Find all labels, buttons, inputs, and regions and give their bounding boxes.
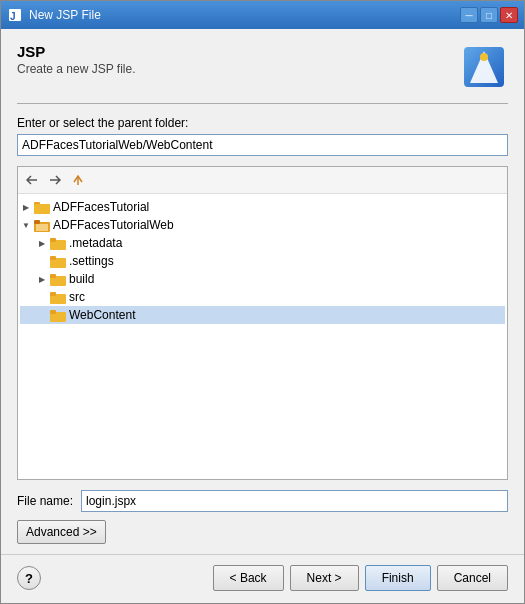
- svg-rect-19: [50, 292, 56, 296]
- folder-icon-metadata: [50, 235, 66, 251]
- tree-item-webcontent[interactable]: ▶ WebContent: [20, 306, 505, 324]
- tree-item-adffacestutorialweb[interactable]: ▼ ADFFacesTutorialWeb: [20, 216, 505, 234]
- tree-item-settings[interactable]: ▶ .settings: [20, 252, 505, 270]
- folder-input-section: Enter or select the parent folder:: [17, 116, 508, 156]
- tree-label-build: build: [69, 272, 94, 286]
- window-title: New JSP File: [29, 8, 460, 22]
- folder-tree: ▶ ADFFacesTutorial ▼: [18, 194, 507, 479]
- title-bar-buttons: ─ □ ✕: [460, 7, 518, 23]
- advanced-section: Advanced >>: [17, 520, 508, 544]
- svg-point-4: [480, 53, 488, 61]
- tree-label-settings: .settings: [69, 254, 114, 268]
- minimize-button[interactable]: ─: [460, 7, 478, 23]
- tree-label-metadata: .metadata: [69, 236, 122, 250]
- nav-buttons: < Back Next > Finish Cancel: [213, 565, 508, 591]
- svg-rect-10: [34, 220, 40, 224]
- folder-tree-panel: ▶ ADFFacesTutorial ▼: [17, 166, 508, 480]
- tree-label-adffacestutorial: ADFFacesTutorial: [53, 200, 149, 214]
- expander-metadata: ▶: [36, 237, 48, 249]
- folder-icon-adffacestutorial: [34, 199, 50, 215]
- maximize-button[interactable]: □: [480, 7, 498, 23]
- svg-rect-8: [34, 204, 50, 214]
- nav-forward-button[interactable]: [45, 170, 65, 190]
- folder-toolbar: [18, 167, 507, 194]
- bottom-section: File name: Advanced >>: [17, 490, 508, 544]
- new-jsp-dialog: J New JSP File ─ □ ✕ JSP Create a new JS…: [0, 0, 525, 604]
- expander-build: ▶: [36, 273, 48, 285]
- nav-back-button[interactable]: [22, 170, 42, 190]
- tree-item-adffacestutorial[interactable]: ▶ ADFFacesTutorial: [20, 198, 505, 216]
- svg-rect-17: [50, 274, 56, 278]
- close-button[interactable]: ✕: [500, 7, 518, 23]
- file-name-label: File name:: [17, 494, 73, 508]
- header-text: JSP Create a new JSP file.: [17, 43, 136, 76]
- tree-label-src: src: [69, 290, 85, 304]
- title-bar: J New JSP File ─ □ ✕: [1, 1, 524, 29]
- title-bar-icon: J: [7, 7, 23, 23]
- nav-up-button[interactable]: [68, 170, 88, 190]
- folder-icon-settings: [50, 253, 66, 269]
- folder-icon-build: [50, 271, 66, 287]
- help-button[interactable]: ?: [17, 566, 41, 590]
- back-button[interactable]: < Back: [213, 565, 284, 591]
- svg-rect-13: [50, 238, 56, 242]
- finish-button[interactable]: Finish: [365, 565, 431, 591]
- advanced-button[interactable]: Advanced >>: [17, 520, 106, 544]
- page-title: JSP: [17, 43, 136, 60]
- expander-adffacestutorial: ▶: [20, 201, 32, 213]
- header-divider: [17, 103, 508, 104]
- page-subtitle: Create a new JSP file.: [17, 62, 136, 76]
- folder-icon-webcontent: [50, 307, 66, 323]
- jsp-logo-icon: [460, 43, 508, 91]
- expander-adffacestutorialweb: ▼: [20, 219, 32, 231]
- svg-rect-11: [36, 224, 48, 231]
- tree-item-build[interactable]: ▶ build: [20, 270, 505, 288]
- svg-rect-15: [50, 256, 56, 260]
- main-content: JSP Create a new JSP file.: [1, 29, 524, 554]
- tree-item-src[interactable]: ▶ src: [20, 288, 505, 306]
- tree-label-adffacestutorialweb: ADFFacesTutorialWeb: [53, 218, 174, 232]
- folder-input-label: Enter or select the parent folder:: [17, 116, 508, 130]
- cancel-button[interactable]: Cancel: [437, 565, 508, 591]
- folder-icon-adffacestutorialweb: [34, 217, 50, 233]
- header-section: JSP Create a new JSP file.: [17, 43, 508, 91]
- tree-item-metadata[interactable]: ▶ .metadata: [20, 234, 505, 252]
- svg-rect-21: [50, 310, 56, 314]
- svg-text:J: J: [10, 11, 16, 22]
- file-name-input[interactable]: [81, 490, 508, 512]
- button-row: ? < Back Next > Finish Cancel: [1, 554, 524, 603]
- folder-path-input[interactable]: [17, 134, 508, 156]
- tree-label-webcontent: WebContent: [69, 308, 136, 322]
- folder-icon-src: [50, 289, 66, 305]
- file-name-row: File name:: [17, 490, 508, 512]
- next-button[interactable]: Next >: [290, 565, 359, 591]
